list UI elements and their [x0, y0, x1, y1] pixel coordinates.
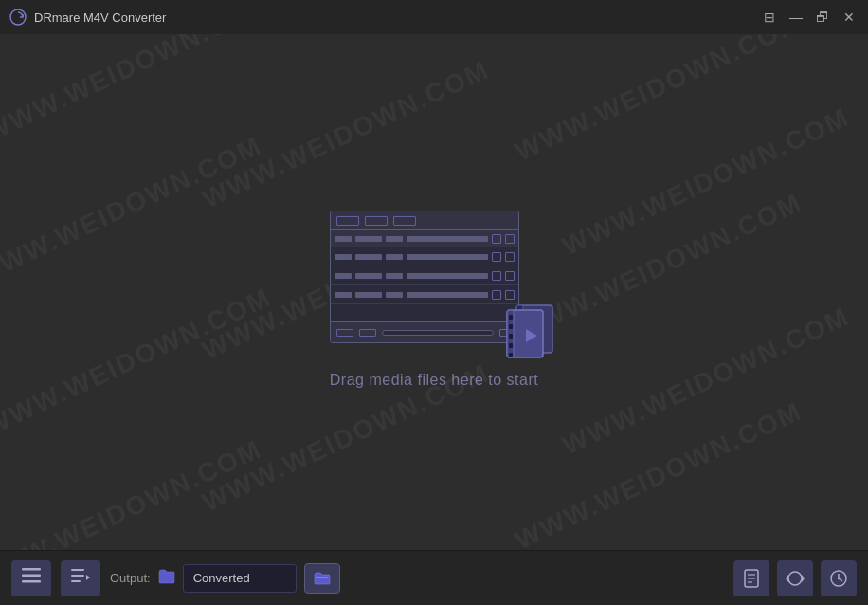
clock-icon [829, 569, 848, 588]
drop-instruction: Drag media files here to start [330, 372, 538, 389]
mini-action-btn [359, 329, 376, 337]
mini-bottom-bar [331, 321, 518, 342]
playlist-icon [71, 566, 90, 590]
settings-button[interactable]: ⊟ [760, 8, 779, 27]
mini-data-row [331, 266, 518, 285]
mini-cell [355, 254, 382, 260]
mini-data-row [331, 248, 518, 266]
film-icon [505, 301, 557, 362]
loop-button[interactable] [777, 560, 813, 596]
svg-rect-19 [71, 575, 84, 577]
mini-cell [355, 273, 382, 279]
mini-toolbar [331, 211, 518, 230]
playlist-button[interactable] [61, 560, 100, 596]
watermark: WWW.WEIDOWN.COM [198, 55, 495, 215]
app-title: DRmare M4V Converter [34, 10, 166, 25]
watermark: WWW.WEIDOWN.COM [558, 302, 855, 462]
watermark: WWW.WEIDOWN.COM [511, 396, 807, 557]
mini-cell [335, 236, 352, 242]
browse-button[interactable] [304, 563, 340, 594]
watermark: WWW.WEIDOWN.COM [0, 283, 276, 443]
mini-btn-1 [336, 216, 359, 226]
mini-checkbox [505, 271, 515, 281]
watermark: WWW.WEIDOWN.COM [511, 34, 807, 167]
mini-cell [335, 273, 352, 279]
svg-rect-18 [71, 569, 84, 571]
svg-rect-21 [316, 577, 328, 578]
watermark: WWW.WEIDOWN.COM [558, 102, 855, 263]
illustration [330, 211, 538, 353]
svg-marker-27 [786, 575, 788, 582]
svg-rect-15 [22, 568, 41, 571]
svg-rect-16 [22, 575, 41, 578]
mini-action-btn [336, 329, 353, 337]
right-actions [733, 560, 857, 596]
svg-point-31 [838, 577, 840, 578]
mini-cell [386, 273, 403, 279]
mini-checkbox [492, 234, 501, 244]
bottom-bar: Output: Converted [0, 550, 868, 605]
mini-cell [407, 292, 488, 298]
mini-btn-3 [393, 216, 416, 226]
mini-checkbox [505, 290, 515, 300]
menu-button[interactable] [11, 560, 51, 596]
browse-folder-icon [314, 571, 331, 586]
mini-cell [386, 236, 403, 242]
mini-checkbox [505, 252, 515, 262]
mini-cell [407, 236, 488, 242]
watermark: WWW.WEIDOWN.COM [0, 434, 266, 565]
mini-cell [386, 254, 403, 260]
menu-icon [22, 568, 41, 588]
svg-rect-12 [509, 343, 513, 348]
mini-cell [335, 292, 352, 298]
mini-cell [355, 236, 382, 242]
svg-rect-9 [509, 315, 513, 320]
svg-rect-10 [509, 324, 513, 329]
svg-rect-13 [509, 353, 513, 358]
loop-icon [786, 570, 805, 587]
mini-checkbox [492, 252, 501, 262]
mini-checkbox [492, 290, 501, 300]
watermark: WWW.WEIDOWN.COM [0, 131, 266, 291]
svg-marker-26 [802, 575, 805, 582]
document-icon [743, 569, 760, 588]
mini-data-row [331, 285, 518, 304]
mini-header-row [331, 230, 518, 248]
watermark: WWW.WEIDOWN.COM [0, 34, 276, 148]
svg-rect-11 [509, 334, 513, 339]
output-label: Output: [110, 571, 151, 585]
svg-rect-17 [22, 580, 41, 583]
mini-cell [407, 273, 488, 279]
title-bar: DRmare M4V Converter ⊟ — 🗗 ✕ [0, 0, 868, 34]
mini-btn-2 [365, 216, 388, 226]
minimize-button[interactable]: — [787, 8, 805, 27]
mini-cell [407, 254, 488, 260]
mini-progress-bar [382, 330, 494, 336]
mini-window [330, 211, 519, 343]
document-button[interactable] [733, 560, 769, 596]
restore-button[interactable]: 🗗 [813, 8, 832, 27]
mini-cell [335, 254, 352, 260]
output-path: Converted [183, 564, 297, 593]
mini-checkbox [492, 271, 501, 281]
close-button[interactable]: ✕ [840, 8, 859, 27]
mini-table [331, 230, 518, 304]
app-icon [9, 9, 27, 26]
output-folder-icon [158, 569, 175, 588]
schedule-button[interactable] [821, 560, 857, 596]
title-bar-controls: ⊟ — 🗗 ✕ [760, 8, 859, 27]
output-section: Output: Converted [110, 563, 724, 594]
title-bar-left: DRmare M4V Converter [9, 9, 166, 26]
mini-checkbox [505, 234, 515, 244]
mini-cell [386, 292, 403, 298]
mini-cell [355, 292, 382, 298]
main-content: WWW.WEIDOWN.COM WWW.WEIDOWN.COM WWW.WEID… [0, 34, 868, 565]
svg-rect-20 [71, 580, 81, 582]
drop-zone[interactable]: Drag media files here to start [330, 211, 538, 389]
